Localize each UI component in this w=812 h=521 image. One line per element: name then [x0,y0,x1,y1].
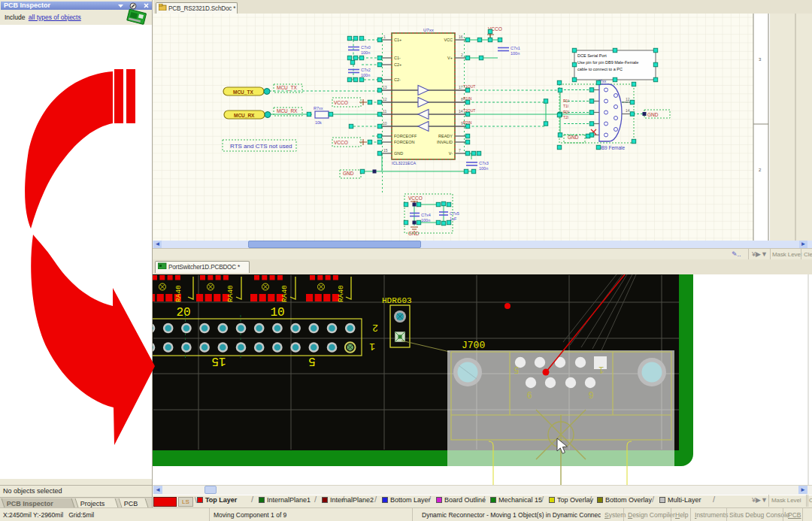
svg-text:6: 6 [526,391,532,401]
svg-text:100n: 100n [361,73,370,77]
svg-text:5: 5 [308,354,316,368]
svg-text:RTS and CTS not used: RTS and CTS not used [230,143,292,150]
svg-text:C7x0: C7x0 [361,45,371,50]
svg-text:13: 13 [383,85,387,89]
svg-text:C2+: C2+ [394,62,401,67]
svg-text:FORCEON: FORCEON [394,140,415,144]
svg-text:R7xx: R7xx [314,106,323,111]
svg-text:cable to connect to a PC: cable to connect to a PC [577,67,623,71]
svg-text:MCU_TX: MCU_TX [277,85,297,91]
svg-text:C7x5: C7x5 [450,211,459,216]
svg-text:15: 15 [211,354,226,368]
svg-text:2: 2 [372,322,378,333]
svg-text:DB9 Female: DB9 Female [598,145,626,150]
svg-text:V+: V+ [447,56,453,60]
svg-text:V-: V- [449,151,453,156]
svg-text:12: 12 [626,97,630,101]
svg-text:RA40: RA40 [337,285,345,302]
svg-text:GND: GND [394,151,403,156]
svg-text:FORCEOFF: FORCEOFF [394,134,417,138]
svg-text:R2I: R2I [563,110,569,114]
svg-text:1: 1 [383,35,386,39]
svg-text:GND: GND [647,112,659,117]
svg-text:C1+: C1+ [394,38,401,42]
svg-text:MCU_RX: MCU_RX [277,108,298,114]
svg-text:9: 9 [588,391,593,401]
svg-text:17: 17 [459,85,463,89]
svg-text:T1I: T1I [563,104,568,108]
svg-text:15: 15 [383,148,388,153]
svg-text:J700: J700 [462,340,485,351]
svg-text:100n: 100n [421,218,430,223]
svg-text:C1-: C1- [394,56,401,60]
svg-text:C7x4: C7x4 [421,213,431,217]
svg-text:5: 5 [514,364,519,374]
svg-text:T2I: T2I [563,115,568,120]
svg-text:11: 11 [383,109,386,114]
svg-text:100n: 100n [479,166,488,171]
svg-text:GND: GND [568,135,579,140]
svg-text:C7x2: C7x2 [361,68,371,72]
svg-text:ICL3221ECA: ICL3221ECA [392,161,416,165]
svg-text:VCCO: VCCO [334,100,348,105]
svg-text:DCE Serial Port: DCE Serial Port [577,53,607,58]
svg-text:MCU_TX: MCU_TX [233,89,253,95]
svg-text:20: 20 [176,306,190,320]
svg-text:14: 14 [626,108,630,113]
svg-text:C7x1: C7x1 [511,46,520,50]
svg-text:1: 1 [598,364,604,374]
svg-text:GND: GND [343,171,354,176]
svg-text:RA40: RA40 [226,285,235,302]
svg-text:100n: 100n [511,51,520,56]
svg-text:MCU_RX: MCU_RX [234,113,255,118]
svg-text:RA40: RA40 [280,285,289,302]
svg-text:10k: 10k [315,120,322,125]
svg-text:VCCO: VCCO [408,195,423,201]
svg-text:10: 10 [270,306,284,320]
svg-text:12: 12 [383,97,387,101]
svg-text:RA40: RA40 [174,285,183,302]
svg-text:VCCO: VCCO [334,140,348,145]
svg-text:HDR603: HDR603 [382,296,412,305]
svg-text:R1I: R1I [563,98,569,103]
svg-text:INVALID: INVALID [437,140,453,144]
svg-text:16: 16 [459,35,463,39]
svg-text:7: 7 [459,148,461,153]
svg-text:U7xx: U7xx [423,28,434,32]
svg-text:10: 10 [383,121,387,126]
svg-text:C2-: C2- [394,77,401,82]
svg-text:VCC: VCC [444,38,453,42]
svg-text:14: 14 [459,109,463,114]
svg-text:C7x3: C7x3 [479,161,489,165]
svg-text:READY: READY [438,134,453,138]
svg-text:2: 2 [461,53,463,57]
svg-text:1: 1 [369,341,375,352]
svg-text:100n: 100n [361,50,370,55]
svg-text:Use pin for pin DB9 Male-Femal: Use pin for pin DB9 Male-Female [577,60,638,65]
